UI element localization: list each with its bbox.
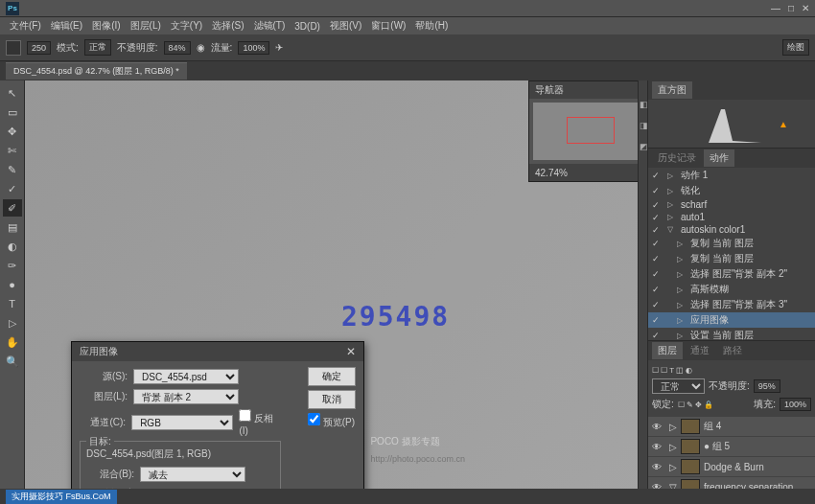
- tool-button[interactable]: 🔍: [3, 353, 22, 370]
- invert-checkbox[interactable]: 反相(I): [239, 409, 281, 436]
- menu-item[interactable]: 视图(V): [326, 17, 365, 34]
- actions-tab[interactable]: 动作: [704, 149, 734, 167]
- channel-select[interactable]: RGB: [131, 415, 233, 430]
- menubar: 文件(F)编辑(E)图像(I)图层(L)文字(Y)选择(S)滤镜(T)3D(D)…: [0, 17, 815, 34]
- navigator-panel[interactable]: 导航器 ▸≡ 42.74%: [528, 80, 638, 182]
- tool-button[interactable]: ✥: [3, 123, 22, 140]
- target-label: 目标:: [86, 435, 114, 448]
- flow-value[interactable]: 100%: [238, 41, 269, 55]
- histogram-warning-icon[interactable]: ▲: [779, 119, 788, 129]
- histogram-tab[interactable]: 直方图: [652, 81, 692, 99]
- statusbar: 实用摄影技巧 FsBus.CoM: [0, 489, 815, 504]
- action-item[interactable]: ✓▷动作 1: [648, 168, 815, 183]
- action-item[interactable]: ✓▷复制 当前 图层: [648, 251, 815, 266]
- max-button[interactable]: □: [788, 3, 794, 13]
- action-item[interactable]: ✓▷选择 图层"背景 副本 2": [648, 266, 815, 282]
- layer-item[interactable]: 👁▷● 组 5: [648, 437, 815, 457]
- layer-opacity-label: 不透明度:: [709, 379, 750, 393]
- current-tool-icon[interactable]: [6, 40, 21, 56]
- blend-mode-select[interactable]: 正常: [652, 378, 705, 394]
- layers-tab[interactable]: 图层: [652, 342, 683, 359]
- dialog-close-icon[interactable]: ✕: [346, 345, 356, 358]
- tool-button[interactable]: ✑: [3, 257, 22, 274]
- mode-select[interactable]: 正常: [84, 39, 111, 56]
- tools-panel: ↖▭✥✄✎✓✐▤◐✑●T▷✋🔍: [0, 80, 25, 504]
- airbrush-icon[interactable]: ✈: [275, 42, 283, 53]
- tool-button[interactable]: ◐: [3, 238, 22, 255]
- tool-button[interactable]: ↖: [3, 84, 22, 102]
- source-label: 源(S):: [80, 370, 128, 383]
- flow-label: 流量:: [211, 41, 233, 55]
- canvas-area[interactable]: 295498 POCO 摄影专题 http://photo.poco.com.c…: [25, 80, 638, 504]
- navigator-zoom[interactable]: 42.74%: [535, 168, 568, 178]
- min-button[interactable]: —: [771, 3, 780, 13]
- histogram-display: ▲: [648, 100, 815, 148]
- layer-opacity-value[interactable]: 95%: [754, 379, 780, 393]
- navigator-title: 导航器: [535, 83, 564, 97]
- target-value: DSC_4554.psd(图层 1, RGB): [86, 448, 211, 459]
- menu-item[interactable]: 文件(F): [6, 17, 45, 34]
- pressure-icon[interactable]: ◉: [197, 42, 205, 53]
- menu-item[interactable]: 编辑(E): [47, 17, 86, 34]
- action-item[interactable]: ✓▷高斯模糊: [648, 282, 815, 297]
- menu-item[interactable]: 帮助(H): [411, 17, 452, 34]
- action-item[interactable]: ✓▽autoskin color1: [648, 223, 815, 236]
- menu-item[interactable]: 选择(S): [208, 17, 247, 34]
- tool-button[interactable]: ✎: [3, 161, 22, 178]
- action-item[interactable]: ✓▷应用图像: [648, 312, 815, 328]
- menu-item[interactable]: 3D(D): [291, 19, 324, 34]
- channels-tab[interactable]: 通道: [685, 342, 715, 359]
- tool-button[interactable]: ✐: [3, 199, 22, 217]
- cancel-button[interactable]: 取消: [308, 390, 356, 409]
- layer-select[interactable]: 背景 副本 2: [133, 389, 239, 404]
- workspace-select[interactable]: 绘图: [782, 39, 809, 56]
- tool-button[interactable]: ●: [3, 276, 22, 293]
- ok-button[interactable]: 确定: [308, 367, 356, 386]
- tool-button[interactable]: T: [3, 295, 22, 312]
- menu-item[interactable]: 窗口(W): [367, 17, 409, 34]
- layer-label: 图层(L):: [80, 390, 128, 403]
- fill-label: 填充:: [754, 398, 776, 411]
- tool-button[interactable]: ✓: [3, 180, 22, 197]
- status-badge: 实用摄影技巧 FsBus.CoM: [6, 490, 117, 504]
- action-item[interactable]: ✓▷scharf: [648, 198, 815, 211]
- action-item[interactable]: ✓▷锐化: [648, 183, 815, 198]
- collapsed-panels[interactable]: ◧ ◨ ◩: [638, 80, 647, 504]
- tool-button[interactable]: ▤: [3, 218, 22, 236]
- layer-item[interactable]: 👁▷ 组 4: [648, 417, 815, 437]
- menu-item[interactable]: 图像(I): [88, 17, 124, 34]
- tool-button[interactable]: ✋: [3, 333, 22, 351]
- panel-icon-1[interactable]: ◧: [640, 100, 647, 107]
- close-button[interactable]: ✕: [802, 3, 809, 13]
- panel-icon-2[interactable]: ◨: [640, 121, 647, 128]
- preview-checkbox[interactable]: 预览(P): [308, 413, 356, 429]
- watermark-number: 295498: [341, 301, 450, 332]
- app-logo: Ps: [6, 2, 19, 15]
- document-tab[interactable]: DSC_4554.psd @ 42.7% (图层 1, RGB/8) *: [6, 62, 187, 80]
- source-select[interactable]: DSC_4554.psd: [133, 369, 239, 384]
- action-item[interactable]: ✓▷选择 图层"背景 副本 3": [648, 297, 815, 312]
- opacity-value[interactable]: 84%: [164, 41, 191, 55]
- action-item[interactable]: ✓▷auto1: [648, 211, 815, 223]
- history-tab[interactable]: 历史记录: [652, 149, 702, 167]
- action-item[interactable]: ✓▷设置 当前 图层: [648, 328, 815, 340]
- tool-button[interactable]: ▭: [3, 103, 22, 121]
- blend-select[interactable]: 减去: [140, 467, 245, 482]
- mode-label: 模式:: [57, 41, 79, 55]
- menu-item[interactable]: 滤镜(T): [250, 17, 290, 34]
- panel-icon-3[interactable]: ◩: [640, 142, 647, 149]
- brush-size[interactable]: 250: [27, 41, 51, 55]
- navigator-thumbnail[interactable]: [533, 103, 638, 160]
- lock-label: 锁定:: [652, 398, 674, 411]
- blend-label: 混合(B):: [86, 468, 134, 481]
- action-item[interactable]: ✓▷复制 当前 图层: [648, 236, 815, 251]
- paths-tab[interactable]: 路径: [717, 342, 748, 359]
- menu-item[interactable]: 文字(Y): [167, 17, 206, 34]
- navigator-viewport-rect[interactable]: [567, 117, 615, 144]
- tool-button[interactable]: ✄: [3, 142, 22, 159]
- dialog-title: 应用图像: [80, 345, 118, 358]
- fill-value[interactable]: 100%: [780, 398, 811, 411]
- layer-item[interactable]: 👁▷ Dodge & Burn: [648, 457, 815, 477]
- tool-button[interactable]: ▷: [3, 314, 22, 332]
- menu-item[interactable]: 图层(L): [127, 17, 165, 34]
